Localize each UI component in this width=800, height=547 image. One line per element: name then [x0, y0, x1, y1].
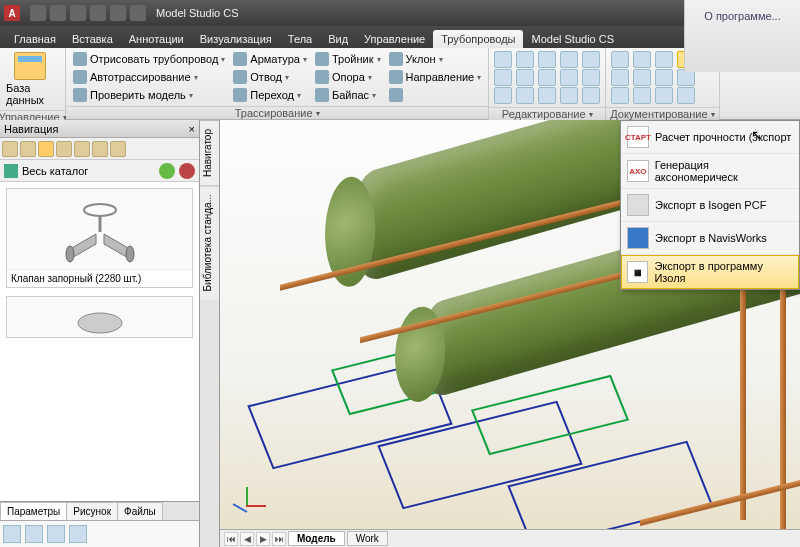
- menu-label: Генерация аксономерическ: [655, 159, 793, 183]
- qat-new-icon[interactable]: [30, 5, 46, 21]
- tab-files[interactable]: Файлы: [117, 502, 163, 520]
- edit-icon-7[interactable]: [538, 51, 556, 68]
- edit-icon-8[interactable]: [538, 69, 556, 86]
- edit-icon-15[interactable]: [582, 87, 600, 104]
- qat-open-icon[interactable]: [50, 5, 66, 21]
- edit-icon-3[interactable]: [494, 87, 512, 104]
- tab-view[interactable]: Вид: [320, 30, 356, 48]
- menu-axonometric[interactable]: AXO Генерация аксономерическ: [621, 154, 799, 189]
- tab-insert[interactable]: Вставка: [64, 30, 121, 48]
- edit-icon-5[interactable]: [516, 69, 534, 86]
- vtab-navigator[interactable]: Навигатор: [200, 120, 219, 185]
- fittings-button[interactable]: Арматура: [230, 50, 310, 68]
- auto-trace-button[interactable]: Автотрассирование: [70, 68, 228, 86]
- start-icon: СТАРТ: [627, 126, 649, 148]
- slope-button[interactable]: Уклон: [386, 50, 485, 68]
- nav-tb-7[interactable]: [110, 141, 126, 157]
- catalog-item[interactable]: [6, 296, 193, 338]
- doc-icon-12[interactable]: [677, 87, 695, 104]
- nav-tb-3[interactable]: [38, 141, 54, 157]
- doc-icon-8[interactable]: [655, 69, 673, 86]
- edit-icon-11[interactable]: [560, 69, 578, 86]
- catalog-item[interactable]: Клапан запорный (2280 шт.): [6, 188, 193, 288]
- check-model-button[interactable]: Проверить модель: [70, 86, 228, 104]
- tab-visualization[interactable]: Визуализация: [192, 30, 280, 48]
- direction-icon: [389, 70, 403, 84]
- qat-print-icon[interactable]: [130, 5, 146, 21]
- doc-icon-5[interactable]: [633, 69, 651, 86]
- tab-drawing[interactable]: Рисунок: [66, 502, 118, 520]
- nav-tb-1[interactable]: [2, 141, 18, 157]
- edit-icon-10[interactable]: [560, 51, 578, 68]
- vtab-library[interactable]: Библиотека станда...: [200, 185, 219, 299]
- catalog-item-label: Клапан запорный (2280 шт.): [7, 269, 192, 287]
- tab-nav-last[interactable]: ⏭: [272, 532, 286, 546]
- elbow-button[interactable]: Отвод: [230, 68, 310, 86]
- nav-tb-2[interactable]: [20, 141, 36, 157]
- doc-icon-2[interactable]: [611, 69, 629, 86]
- model-tabs: ⏮ ◀ ▶ ⏭ Модель Work: [220, 529, 800, 547]
- tab-manage[interactable]: Управление: [356, 30, 433, 48]
- tab-solids[interactable]: Тела: [280, 30, 320, 48]
- tab-modelstudio[interactable]: Model Studio CS: [523, 30, 622, 48]
- tab-nav-next[interactable]: ▶: [256, 532, 270, 546]
- slope-icon: [389, 52, 403, 66]
- bypass-button[interactable]: Байпас: [312, 86, 384, 104]
- draw-pipeline-button[interactable]: Отрисовать трубопровод: [70, 50, 228, 68]
- nav-tb-4[interactable]: [56, 141, 72, 157]
- doc-icon-1[interactable]: [611, 51, 629, 68]
- work-tab[interactable]: Work: [347, 531, 388, 546]
- nav-close-icon[interactable]: ×: [189, 123, 195, 135]
- qat-undo-icon[interactable]: [90, 5, 106, 21]
- doc-icon-3[interactable]: [611, 87, 629, 104]
- reducer-icon: [233, 88, 247, 102]
- tab-annotations[interactable]: Аннотации: [121, 30, 192, 48]
- catalog-remove-icon[interactable]: [179, 163, 195, 179]
- edit-icon-4[interactable]: [516, 51, 534, 68]
- database-button[interactable]: База данных: [4, 50, 56, 108]
- menu-strength-calc[interactable]: СТАРТ Расчет прочности (экспорт: [621, 121, 799, 154]
- doc-icon-6[interactable]: [633, 87, 651, 104]
- edit-icon-6[interactable]: [516, 87, 534, 104]
- tee-button[interactable]: Тройник: [312, 50, 384, 68]
- bypass-icon: [315, 88, 329, 102]
- tab-nav-first[interactable]: ⏮: [224, 532, 238, 546]
- param-btn-4[interactable]: [69, 525, 87, 543]
- param-btn-3[interactable]: [47, 525, 65, 543]
- database-icon: [14, 52, 46, 80]
- menu-navisworks[interactable]: Экспорт в NavisWorks: [621, 222, 799, 255]
- tab-parameters[interactable]: Параметры: [0, 502, 67, 520]
- qat-redo-icon[interactable]: [110, 5, 126, 21]
- model-tab[interactable]: Модель: [288, 531, 345, 546]
- edit-icon-14[interactable]: [582, 69, 600, 86]
- valve-icon: [233, 52, 247, 66]
- catalog-add-icon[interactable]: [159, 163, 175, 179]
- reducer-button[interactable]: Переход: [230, 86, 310, 104]
- axis-gizmo: [226, 485, 266, 525]
- edit-icon-9[interactable]: [538, 87, 556, 104]
- edit-icon-2[interactable]: [494, 69, 512, 86]
- edit-icon-13[interactable]: [582, 51, 600, 68]
- tab-nav-prev[interactable]: ◀: [240, 532, 254, 546]
- trace-extra-button[interactable]: [386, 86, 485, 104]
- nav-tb-5[interactable]: [74, 141, 90, 157]
- param-btn-1[interactable]: [3, 525, 21, 543]
- about-button[interactable]: О программе...: [684, 0, 800, 72]
- doc-icon-7[interactable]: [655, 51, 673, 68]
- menu-isogen-pcf[interactable]: Экспорт в Isogen PCF: [621, 189, 799, 222]
- nav-tb-6[interactable]: [92, 141, 108, 157]
- support-button[interactable]: Опора: [312, 68, 384, 86]
- edit-icon-1[interactable]: [494, 51, 512, 68]
- tab-pipelines[interactable]: Трубопроводы: [433, 30, 523, 48]
- direction-button[interactable]: Направление: [386, 68, 485, 86]
- param-btn-2[interactable]: [25, 525, 43, 543]
- catalog-label[interactable]: Весь каталог: [22, 165, 88, 177]
- doc-icon-9[interactable]: [655, 87, 673, 104]
- doc-icon-4[interactable]: [633, 51, 651, 68]
- ribbon-tabs: Главная Вставка Аннотации Визуализация Т…: [0, 26, 800, 48]
- qat-save-icon[interactable]: [70, 5, 86, 21]
- menu-export-isolation[interactable]: ▦ Экспорт в программу Изоля ↖: [621, 255, 799, 289]
- svg-point-0: [84, 204, 116, 216]
- edit-icon-12[interactable]: [560, 87, 578, 104]
- tab-home[interactable]: Главная: [6, 30, 64, 48]
